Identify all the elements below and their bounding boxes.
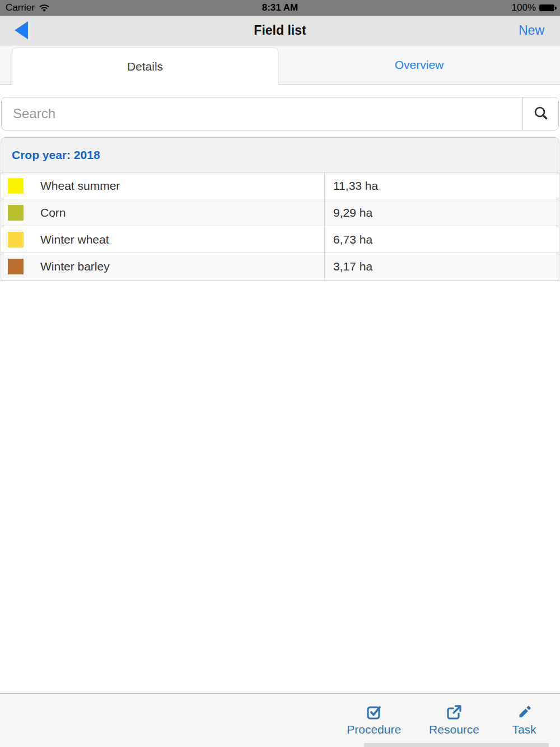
new-button[interactable]: New (519, 23, 544, 38)
status-time: 8:31 AM (0, 2, 560, 13)
crop-color-swatch (8, 259, 24, 274)
task-button[interactable]: Task (507, 705, 541, 736)
share-square-icon (447, 705, 461, 720)
table-row-wheat-summer[interactable]: Wheat summer 11,33 ha (1, 172, 559, 199)
resource-button[interactable]: Resource (429, 705, 479, 736)
tab-details[interactable]: Details (12, 48, 278, 85)
battery-icon (539, 4, 554, 11)
crop-area: 9,29 ha (333, 206, 372, 220)
crop-area: 11,33 ha (333, 179, 378, 193)
battery-percent-label: 100% (512, 2, 536, 13)
check-square-icon (367, 705, 381, 720)
nav-bar: Field list New (0, 16, 560, 45)
crop-name: Winter barley (40, 260, 110, 273)
table-row-winter-barley[interactable]: Winter barley 3,17 ha (1, 253, 559, 280)
pencil-icon (517, 705, 531, 720)
crop-color-swatch (8, 205, 24, 221)
crop-year-table: Crop year: 2018 Wheat summer 11,33 ha Co… (1, 137, 559, 281)
search-input[interactable] (2, 97, 522, 130)
procedure-label: Procedure (347, 723, 401, 736)
table-row-winter-wheat[interactable]: Winter wheat 6,73 ha (1, 226, 559, 253)
crop-year-header[interactable]: Crop year: 2018 (1, 138, 559, 172)
search-bar (1, 97, 559, 130)
resource-label: Resource (429, 723, 479, 736)
crop-color-swatch (8, 178, 24, 194)
crop-color-swatch (8, 232, 24, 248)
page-title: Field list (0, 23, 560, 38)
tab-overview[interactable]: Overview (278, 45, 560, 85)
search-button[interactable] (522, 97, 558, 130)
table-row-corn[interactable]: Corn 9,29 ha (1, 199, 559, 226)
crop-area: 3,17 ha (333, 260, 372, 273)
task-label: Task (512, 723, 536, 736)
crop-name: Corn (40, 206, 66, 220)
crop-name: Wheat summer (40, 179, 120, 193)
bottom-toolbar: Procedure Resource Task (0, 693, 560, 747)
procedure-button[interactable]: Procedure (347, 705, 401, 736)
status-bar: Carrier 8:31 AM 100% (0, 0, 560, 16)
horizontal-scrollbar[interactable] (364, 743, 549, 747)
search-icon (533, 105, 549, 122)
tab-bar: Details Overview (0, 45, 560, 85)
crop-name: Winter wheat (40, 233, 109, 246)
crop-area: 6,73 ha (333, 233, 372, 246)
